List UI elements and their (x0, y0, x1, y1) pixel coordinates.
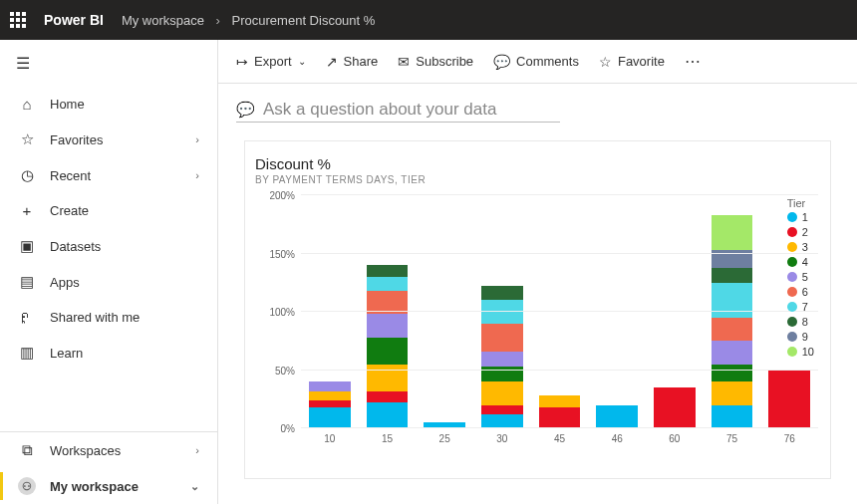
bar-segment[interactable] (712, 215, 753, 250)
bar-segment[interactable] (596, 405, 638, 428)
legend-item[interactable]: 9 (787, 331, 814, 343)
sidebar-item-my-workspace[interactable]: ⚇My workspace⌄ (0, 468, 217, 504)
bar-segment[interactable] (367, 402, 409, 428)
bar-segment[interactable] (712, 405, 753, 428)
bar-column[interactable] (539, 195, 581, 428)
bar-segment[interactable] (712, 341, 753, 364)
breadcrumb-report[interactable]: Procurement Discount % (232, 13, 376, 28)
bar-segment[interactable] (309, 407, 351, 428)
y-tick: 100% (269, 307, 295, 318)
export-button[interactable]: ↦Export⌄ (236, 54, 306, 70)
bar-segment[interactable] (367, 314, 409, 337)
legend-swatch (787, 272, 797, 282)
export-icon: ↦ (236, 54, 248, 70)
breadcrumb: My workspace › Procurement Discount % (122, 13, 375, 28)
chart-title: Discount % (255, 155, 818, 172)
comment-icon: 💬 (493, 54, 510, 70)
app-launcher-icon[interactable] (10, 12, 26, 28)
y-tick: 50% (275, 365, 295, 376)
subscribe-button[interactable]: ✉Subscribe (398, 54, 473, 70)
bar-segment[interactable] (539, 395, 581, 407)
legend-label: 6 (802, 286, 808, 298)
sidebar-item-datasets[interactable]: ▣Datasets (0, 228, 217, 264)
qna-input[interactable]: 💬 Ask a question about your data (236, 100, 560, 123)
bar-column[interactable] (367, 195, 409, 428)
legend-item[interactable]: 8 (787, 316, 814, 328)
breadcrumb-workspace[interactable]: My workspace (122, 13, 204, 28)
bar-segment[interactable] (367, 391, 409, 403)
legend-swatch (787, 227, 797, 237)
legend-item[interactable]: 5 (787, 271, 814, 283)
bar-column[interactable] (596, 195, 638, 428)
sidebar-item-home[interactable]: ⌂Home (0, 87, 217, 122)
bar-segment[interactable] (481, 381, 523, 404)
learn-icon: ▥ (18, 344, 36, 362)
legend-swatch (787, 287, 797, 297)
bar-column[interactable] (309, 195, 351, 428)
x-tick: 45 (539, 433, 581, 444)
bar-segment[interactable] (768, 371, 810, 429)
bar-segment[interactable] (481, 300, 523, 323)
bar-column[interactable] (712, 195, 753, 428)
x-axis-labels: 101525304546607576 (301, 433, 818, 444)
sidebar-item-recent[interactable]: ◷Recent› (0, 157, 217, 193)
y-axis: 0%50%100%150%200% (255, 195, 301, 444)
bar-segment[interactable] (367, 265, 409, 277)
bar-column[interactable] (481, 195, 523, 428)
legend-swatch (787, 347, 797, 357)
bar-segment[interactable] (712, 365, 753, 382)
brand: Power BI (44, 12, 104, 28)
qna-bar: 💬 Ask a question about your data (218, 84, 857, 128)
apps-icon: ▤ (18, 273, 36, 291)
sidebar-item-shared[interactable]: ᠻShared with me (0, 300, 217, 335)
chevron-right-icon: › (195, 444, 199, 456)
legend-item[interactable]: 7 (787, 301, 814, 313)
legend-item[interactable]: 1 (787, 211, 814, 223)
sidebar-item-favorites[interactable]: ☆Favorites› (0, 122, 217, 157)
hamburger-icon[interactable]: ☰ (0, 40, 217, 87)
bar-segment[interactable] (481, 286, 523, 300)
share-button[interactable]: ↗Share (326, 54, 379, 70)
gridline (301, 253, 818, 254)
bar-segment[interactable] (367, 338, 409, 365)
bar-segment[interactable] (712, 318, 753, 341)
chevron-down-icon: ⌄ (298, 56, 306, 67)
sidebar-item-create[interactable]: +Create (0, 193, 217, 228)
sidebar-item-learn[interactable]: ▥Learn (0, 335, 217, 371)
chat-icon: 💬 (236, 101, 255, 119)
sidebar-item-apps[interactable]: ▤Apps (0, 264, 217, 300)
legend-swatch (787, 302, 797, 312)
legend-item[interactable]: 4 (787, 256, 814, 268)
bar-segment[interactable] (539, 407, 581, 428)
bar-segment[interactable] (309, 400, 351, 407)
legend-item[interactable]: 2 (787, 226, 814, 238)
x-tick: 15 (367, 433, 409, 444)
bar-segment[interactable] (654, 387, 696, 428)
x-tick: 46 (596, 433, 638, 444)
legend-item[interactable]: 3 (787, 241, 814, 253)
legend-label: 1 (802, 211, 808, 223)
bar-segment[interactable] (712, 381, 753, 404)
bar-segment[interactable] (309, 391, 351, 400)
bar-segment[interactable] (481, 414, 523, 428)
bar-segment[interactable] (367, 277, 409, 291)
legend-title: Tier (787, 197, 814, 209)
legend-label: 8 (802, 316, 808, 328)
legend-item[interactable]: 6 (787, 286, 814, 298)
bar-segment[interactable] (309, 381, 351, 390)
bar-segment[interactable] (712, 268, 753, 283)
bar-segment[interactable] (481, 324, 523, 352)
favorite-button[interactable]: ☆Favorite (599, 54, 665, 70)
bar-segment[interactable] (712, 283, 753, 318)
sidebar-item-workspaces[interactable]: ⧉Workspaces› (0, 432, 217, 468)
bar-column[interactable] (424, 195, 465, 428)
bar-segment[interactable] (481, 352, 523, 367)
more-button[interactable]: ⋯ (685, 52, 702, 71)
x-tick: 10 (309, 433, 351, 444)
legend-item[interactable]: 10 (787, 346, 814, 358)
comments-button[interactable]: 💬Comments (493, 54, 579, 70)
bar-column[interactable] (654, 195, 696, 428)
chevron-right-icon: › (216, 13, 220, 28)
chevron-right-icon: › (195, 169, 199, 181)
bar-segment[interactable] (481, 405, 523, 414)
